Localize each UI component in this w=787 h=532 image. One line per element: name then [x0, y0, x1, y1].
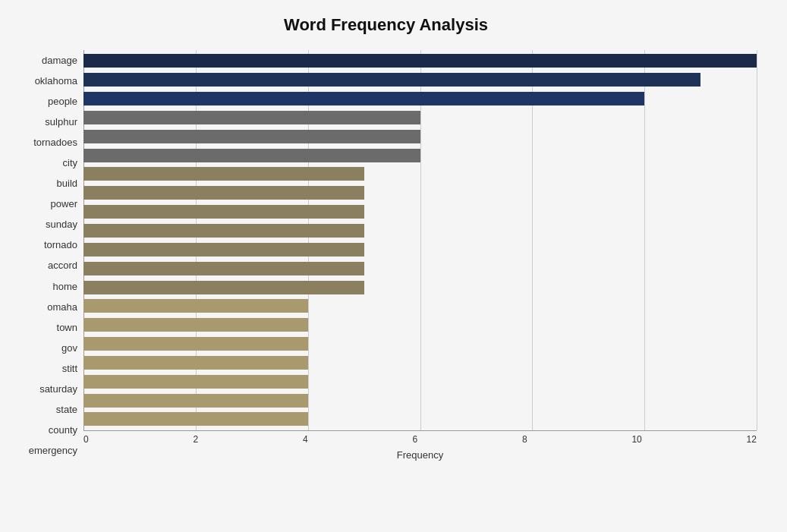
y-label: accord: [48, 257, 77, 274]
y-label: build: [57, 175, 77, 192]
x-tick: 12: [747, 434, 757, 445]
x-tick: 8: [522, 434, 527, 445]
bar: [83, 375, 308, 389]
bars-and-grid: 024681012 Frequency: [83, 50, 757, 461]
x-axis-label: Frequency: [83, 449, 757, 461]
bar-row: [83, 184, 757, 201]
chart-title: Word Frequency Analysis: [15, 15, 757, 35]
bar: [83, 394, 308, 408]
bar-row: [83, 373, 757, 390]
y-label: oklahoma: [35, 73, 77, 90]
y-label: saturday: [39, 380, 77, 397]
y-label: power: [51, 196, 77, 212]
y-label: sunday: [46, 216, 77, 233]
bar: [83, 224, 364, 238]
bar: [83, 262, 364, 275]
y-label: county: [49, 421, 77, 438]
bar-row: [83, 279, 757, 296]
bar: [83, 299, 308, 313]
chart-area: damageoklahomapeoplesulphurtornadoescity…: [15, 50, 757, 461]
bar: [83, 54, 757, 68]
y-label: city: [63, 155, 78, 172]
bar: [83, 205, 364, 219]
bar-row: [83, 203, 757, 220]
bar: [83, 281, 364, 294]
y-label: state: [56, 401, 77, 417]
y-label: tornado: [44, 237, 77, 253]
x-tick: 0: [83, 434, 89, 445]
bar: [83, 111, 420, 124]
bar-row: [83, 222, 757, 239]
y-label: people: [48, 93, 77, 110]
bar-row: [83, 392, 757, 409]
y-label: sulphur: [45, 114, 77, 131]
bar: [83, 243, 364, 257]
bar: [83, 356, 308, 370]
bar-row: [83, 335, 757, 352]
grid-line: [757, 50, 757, 430]
bar: [83, 130, 420, 143]
bar-row: [83, 260, 757, 277]
grid-and-bars: [83, 50, 757, 430]
y-label: gov: [61, 339, 77, 356]
bar: [83, 167, 364, 181]
y-label: omaha: [47, 298, 77, 315]
bar: [83, 92, 644, 105]
y-label: tornadoes: [33, 134, 77, 151]
y-label: home: [52, 278, 77, 294]
bar: [83, 186, 364, 200]
y-label: damage: [42, 52, 77, 69]
bar-row: [83, 297, 757, 314]
bar-row: [83, 147, 757, 164]
bar-row: [83, 71, 757, 88]
y-label: stitt: [62, 360, 77, 376]
x-tick: 4: [303, 434, 308, 445]
bar: [83, 337, 308, 351]
bar: [83, 412, 308, 426]
bar: [83, 73, 700, 87]
y-label: emergency: [29, 442, 77, 458]
bar-row: [83, 90, 757, 107]
bar-row: [83, 165, 757, 182]
bar-row: [83, 316, 757, 333]
bar-row: [83, 354, 757, 371]
x-tick: 10: [631, 434, 641, 445]
bar: [83, 318, 308, 332]
x-tick: 6: [412, 434, 417, 445]
bar-row: [83, 128, 757, 145]
x-axis: 024681012: [83, 431, 757, 445]
y-axis: damageoklahomapeoplesulphurtornadoescity…: [15, 50, 83, 461]
y-label: town: [57, 319, 77, 335]
x-tick: 2: [193, 434, 198, 445]
bar-row: [83, 411, 757, 427]
bar-row: [83, 109, 757, 126]
bar: [83, 149, 420, 162]
chart-container: Word Frequency Analysis damageoklahomape…: [0, 0, 787, 532]
bar-row: [83, 52, 757, 69]
bar-row: [83, 241, 757, 258]
